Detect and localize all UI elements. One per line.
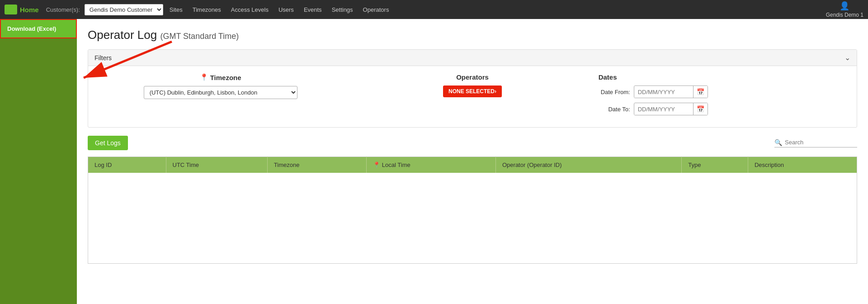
nav-sites[interactable]: Sites [166, 6, 186, 13]
col-operator: Operator (Operator ID) [495, 157, 681, 173]
customer-select[interactable]: Gendis Demo Customer [85, 4, 163, 15]
table-header-row: Log ID UTC Time Timezone 📍 Local Time Op… [88, 157, 857, 173]
date-to-label: Date To: [599, 106, 630, 113]
user-icon: 👤 [840, 1, 849, 11]
get-logs-button[interactable]: Get Logs [88, 136, 128, 150]
dates-label: Dates [599, 73, 617, 81]
filters-collapse-icon[interactable]: ⌄ [844, 53, 850, 62]
action-row: Get Logs 🔍 [88, 136, 857, 150]
search-wrap: 🔍 [774, 139, 857, 147]
col-type: Type [682, 157, 748, 173]
col-description: Description [748, 157, 857, 173]
nav-settings[interactable]: Settings [328, 6, 357, 13]
date-from-label: Date From: [599, 89, 630, 95]
nav-timezones[interactable]: Timezones [189, 6, 225, 13]
home-icon [5, 5, 17, 14]
customer-label: Customer(s): [46, 6, 80, 13]
filters-body: 📍 Timezone (UTC) Dublin, Edinburgh, Lisb… [88, 66, 857, 127]
timezone-pin-icon: 📍 [200, 73, 208, 81]
user-profile[interactable]: 👤 Gendis Demo 1 [826, 1, 863, 18]
user-name: Gendis Demo 1 [826, 12, 863, 18]
search-input[interactable] [785, 139, 857, 146]
operators-label: Operators [456, 73, 489, 81]
date-to-row: Date To: 📅 [599, 103, 708, 115]
main-content: Operator Log (GMT Standard Time) Filters… [77, 19, 868, 304]
date-to-wrap: 📅 [634, 103, 708, 115]
nav-operators[interactable]: Operators [359, 6, 393, 13]
filters-panel: Filters ⌄ 📍 Timezone (UTC) Dublin, Edinb… [88, 49, 857, 128]
table-body [88, 173, 857, 263]
timezone-select[interactable]: (UTC) Dublin, Edinburgh, Lisbon, London [144, 86, 297, 99]
nav-access-levels[interactable]: Access Levels [227, 6, 272, 13]
date-from-row: Date From: 📅 [599, 86, 708, 98]
table-row-empty [88, 173, 857, 263]
col-local-time: 📍 Local Time [367, 157, 496, 173]
page-title: Operator Log (GMT Standard Time) [88, 28, 857, 42]
filters-label: Filters [94, 54, 112, 62]
search-icon: 🔍 [774, 139, 782, 146]
nav-users[interactable]: Users [275, 6, 297, 13]
table-header: Log ID UTC Time Timezone 📍 Local Time Op… [88, 157, 857, 173]
timezone-label: 📍 Timezone [200, 73, 241, 81]
sidebar: Download (Excel) [0, 19, 77, 304]
date-to-calendar-icon[interactable]: 📅 [693, 103, 708, 115]
top-nav: Home Customer(s): Gendis Demo Customer S… [0, 0, 868, 19]
date-from-calendar-icon[interactable]: 📅 [693, 86, 708, 98]
none-selected-button[interactable]: NONE SELECTED› [443, 86, 502, 97]
data-table: Log ID UTC Time Timezone 📍 Local Time Op… [88, 157, 857, 264]
date-from-wrap: 📅 [634, 86, 708, 98]
nav-events[interactable]: Events [300, 6, 326, 13]
timezone-section: 📍 Timezone (UTC) Dublin, Edinburgh, Lisb… [94, 73, 346, 120]
download-excel-button[interactable]: Download (Excel) [0, 19, 77, 38]
date-to-input[interactable] [634, 104, 693, 115]
col-log-id: Log ID [88, 157, 166, 173]
local-time-pin-icon: 📍 [373, 162, 380, 168]
home-link[interactable]: Home [5, 5, 39, 14]
filters-header: Filters ⌄ [88, 50, 857, 66]
home-label: Home [20, 6, 39, 14]
date-from-input[interactable] [634, 86, 693, 98]
operators-section: Operators NONE SELECTED› [346, 73, 598, 120]
col-timezone: Timezone [267, 157, 366, 173]
dates-section: Dates Date From: 📅 Date To: 📅 [599, 73, 850, 120]
col-utc-time: UTC Time [166, 157, 267, 173]
